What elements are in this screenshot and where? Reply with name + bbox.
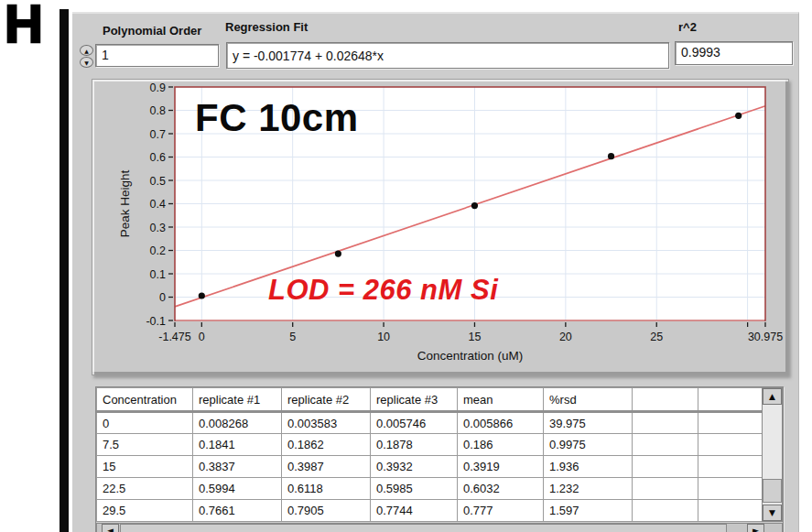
- chart-title: FC 10cm: [195, 96, 359, 140]
- table-cell[interactable]: 0.005866: [458, 412, 544, 434]
- table-cell[interactable]: 0.3837: [193, 456, 282, 478]
- table-cell[interactable]: 0.5994: [193, 478, 282, 500]
- table-cell[interactable]: 0.003583: [282, 412, 371, 434]
- svg-text:10: 10: [377, 331, 390, 343]
- scroll-right-icon[interactable]: ►: [747, 524, 764, 532]
- results-table-grid: Concentrationreplicate #1replicate #2rep…: [96, 387, 763, 522]
- scroll-left-icon[interactable]: ◄: [102, 524, 119, 532]
- table-cell[interactable]: 0.777: [458, 500, 544, 522]
- table-cell[interactable]: 1.936: [544, 456, 633, 478]
- table-cell[interactable]: 29.5: [97, 500, 193, 522]
- r-squared-field[interactable]: 0.9993: [675, 41, 793, 65]
- table-cell[interactable]: 7.5: [97, 434, 193, 456]
- table-cell[interactable]: 0.1841: [193, 434, 282, 456]
- table-cell[interactable]: 0: [97, 412, 193, 434]
- column-header: replicate #2: [282, 388, 371, 412]
- column-header: replicate #3: [371, 388, 458, 412]
- table-cell[interactable]: 0.1862: [282, 434, 371, 456]
- svg-text:Peak Height: Peak Height: [118, 169, 132, 237]
- table-horizontal-scrollbar[interactable]: ◄ ►: [96, 523, 783, 532]
- table-cell[interactable]: 0.6118: [282, 478, 371, 500]
- horizontal-scroll-thumb[interactable]: [120, 524, 727, 532]
- svg-text:0.5: 0.5: [150, 175, 166, 188]
- vertical-scroll-thumb[interactable]: [763, 479, 782, 503]
- table-cell[interactable]: [633, 500, 698, 522]
- svg-text:0.2: 0.2: [150, 244, 166, 257]
- table-cell[interactable]: 0.1878: [371, 434, 458, 456]
- table-row: 22.50.59940.61180.59850.60321.232: [97, 478, 763, 500]
- table-cell[interactable]: 0.3987: [282, 456, 371, 478]
- table-row: 29.50.76610.79050.77440.7771.597: [97, 500, 763, 522]
- table-cell[interactable]: 0.008268: [193, 412, 282, 434]
- table-cell[interactable]: 0.3919: [458, 456, 544, 478]
- svg-text:0.6: 0.6: [150, 151, 166, 164]
- svg-text:0.4: 0.4: [150, 198, 166, 211]
- table-cell[interactable]: 0.6032: [458, 478, 544, 500]
- r-squared-label: r^2: [678, 20, 697, 34]
- screenshot-root: H Polynomial Order ▲ ▼ 1 Regression Fit …: [0, 0, 812, 532]
- svg-text:0.1: 0.1: [150, 268, 166, 281]
- table-cell[interactable]: 0.3932: [371, 456, 458, 478]
- svg-text:0: 0: [159, 291, 166, 304]
- svg-text:0.7: 0.7: [150, 128, 166, 141]
- table-vertical-scrollbar[interactable]: ▲ ▼: [762, 387, 783, 522]
- table-row: 150.38370.39870.39320.39191.936: [97, 456, 763, 478]
- table-cell[interactable]: 0.005746: [371, 412, 458, 434]
- table-cell[interactable]: 39.975: [544, 412, 633, 434]
- table-header-row: Concentrationreplicate #1replicate #2rep…: [97, 388, 763, 412]
- svg-text:Concentration (uM): Concentration (uM): [417, 349, 524, 363]
- table-cell[interactable]: [633, 434, 698, 456]
- table-cell[interactable]: 22.5: [97, 478, 193, 500]
- column-header: Concentration: [97, 388, 193, 412]
- table-cell[interactable]: 1.232: [544, 478, 633, 500]
- regression-fit-label: Regression Fit: [225, 20, 308, 34]
- polynomial-order-input[interactable]: 1: [95, 44, 219, 67]
- results-table: Concentrationreplicate #1replicate #2rep…: [95, 386, 784, 532]
- divider-bar: [60, 9, 69, 532]
- table-row: 7.50.18410.18620.18780.1860.9975: [97, 434, 763, 456]
- labview-front-panel: Polynomial Order ▲ ▼ 1 Regression Fit y …: [72, 12, 799, 532]
- spinner-up-icon[interactable]: ▲: [80, 45, 93, 56]
- column-header: %rsd: [544, 388, 633, 412]
- column-header: [633, 388, 698, 412]
- table-cell[interactable]: [633, 478, 698, 500]
- svg-text:0.3: 0.3: [150, 222, 166, 234]
- table-row: 00.0082680.0035830.0057460.00586639.975: [97, 412, 763, 434]
- table-cell[interactable]: [698, 434, 763, 456]
- scroll-down-icon[interactable]: ▼: [763, 505, 782, 521]
- figure-panel-letter: H: [5, 0, 41, 51]
- svg-text:0: 0: [199, 331, 205, 343]
- svg-text:5: 5: [289, 331, 296, 343]
- polynomial-order-spinner: ▲ ▼: [80, 45, 95, 68]
- lod-annotation: LOD = 266 nM Si: [268, 274, 498, 307]
- column-header: mean: [458, 388, 544, 412]
- svg-text:25: 25: [650, 331, 663, 343]
- svg-text:15: 15: [469, 331, 482, 343]
- table-cell[interactable]: [698, 412, 763, 434]
- table-cell[interactable]: 0.7744: [371, 500, 458, 522]
- table-cell[interactable]: 0.186: [458, 434, 544, 456]
- table-cell[interactable]: 15: [97, 456, 193, 478]
- table-cell[interactable]: 0.5985: [371, 478, 458, 500]
- chart-panel: -1.475051015202530.975-0.100.10.20.30.40…: [92, 79, 789, 375]
- table-cell[interactable]: [633, 412, 698, 434]
- scroll-up-icon[interactable]: ▲: [763, 388, 782, 405]
- column-header: [698, 388, 763, 412]
- table-cell[interactable]: 0.7661: [193, 500, 282, 522]
- table-cell[interactable]: [633, 456, 698, 478]
- table-cell[interactable]: [698, 456, 763, 478]
- table-cell[interactable]: 0.9975: [544, 434, 633, 456]
- table-cell[interactable]: 1.597: [544, 500, 633, 522]
- svg-text:-1.475: -1.475: [158, 331, 190, 343]
- column-header: replicate #1: [193, 388, 282, 412]
- table-cell[interactable]: [698, 500, 763, 522]
- spinner-down-icon[interactable]: ▼: [80, 57, 93, 68]
- svg-text:20: 20: [559, 331, 572, 343]
- table-cell[interactable]: 0.7905: [282, 500, 371, 522]
- table-cell[interactable]: [698, 478, 763, 500]
- polynomial-order-label: Polynomial Order: [103, 24, 201, 38]
- svg-text:30.975: 30.975: [748, 331, 783, 343]
- regression-fit-field[interactable]: y = -0.001774 + 0.02648*x: [226, 42, 669, 69]
- svg-text:0.8: 0.8: [150, 104, 166, 117]
- svg-text:0.9: 0.9: [150, 81, 166, 94]
